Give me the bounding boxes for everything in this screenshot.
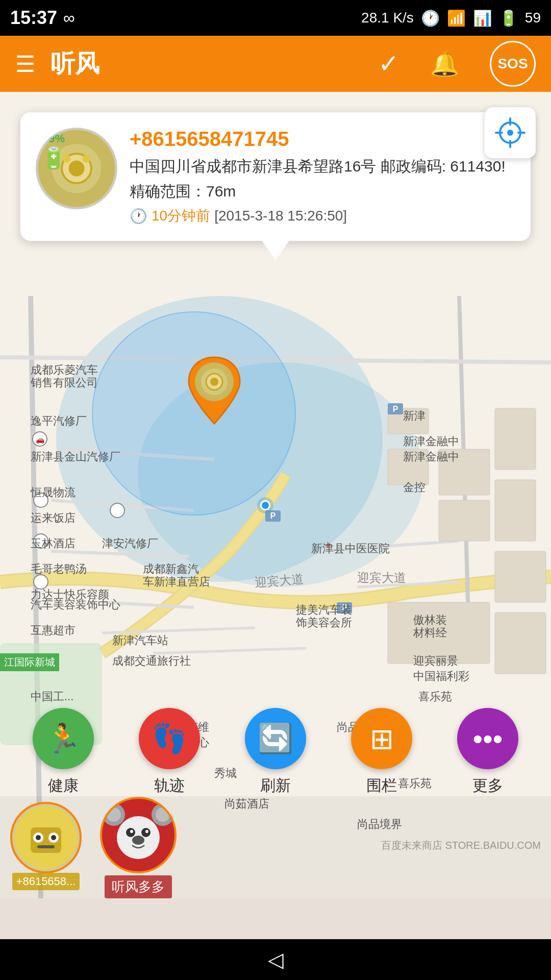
svg-text:🚗: 🚗	[36, 435, 45, 444]
battery-icon-green: 🔋	[40, 145, 67, 170]
sos-button[interactable]: SOS	[490, 41, 536, 87]
map-label-repair3: 津安汽修厂	[102, 536, 158, 551]
svg-rect-10	[495, 408, 536, 470]
map-marker[interactable]	[184, 352, 245, 429]
track-label: 轨迹	[154, 775, 185, 796]
status-bar: 15:37 ∞ 28.1 K/s 🕐 📶 📊 🔋 59	[0, 0, 551, 36]
address-text: 中国四川省成都市新津县希望路16号 邮政编码: 611430!	[130, 156, 515, 177]
svg-text:P: P	[270, 511, 276, 520]
svg-point-39	[83, 155, 90, 162]
health-circle[interactable]: 🏃	[33, 708, 94, 769]
timestamp: [2015-3-18 15:26:50]	[214, 208, 347, 224]
svg-point-43	[210, 378, 218, 386]
refresh-circle[interactable]: 🔄	[245, 708, 306, 769]
gps-button[interactable]	[485, 107, 536, 158]
svg-text:P: P	[393, 405, 398, 413]
track-icon: 👣	[152, 722, 187, 755]
refresh-icon: 🔄	[258, 722, 293, 755]
more-circle[interactable]: •••	[457, 708, 518, 769]
map-label-fuli: 中国福利彩	[413, 669, 469, 684]
device-avatar: 99% 🔋	[36, 128, 117, 209]
refresh-label: 刷新	[260, 775, 291, 796]
bell-button[interactable]: 🔔	[430, 50, 459, 78]
map-label-aolin2: 材料经	[413, 625, 447, 641]
back-button[interactable]: ◁	[268, 948, 284, 971]
fence-label: 围栏	[366, 775, 397, 796]
status-right: 28.1 K/s 🕐 📶 📊 🔋 59	[361, 9, 541, 27]
map-label-supermarket: 互惠超市	[31, 623, 76, 638]
svg-rect-11	[495, 480, 536, 541]
map-label-jinrong2: 新津金融中	[403, 449, 459, 464]
fence-circle[interactable]: ⊞	[351, 708, 412, 769]
device-item-2[interactable]: 听风多多	[100, 797, 177, 898]
device1-phone: +8615658...	[12, 873, 80, 890]
clock-icon: 🕐	[130, 208, 147, 225]
svg-point-29	[507, 130, 513, 136]
device-avatar-2	[100, 797, 177, 873]
device-item-1[interactable]: +8615658...	[10, 802, 82, 893]
svg-rect-12	[495, 551, 546, 602]
map-label-duck: 毛哥老鸭汤	[31, 561, 87, 577]
svg-point-20	[110, 503, 124, 518]
battery-icon: 🔋	[499, 9, 518, 27]
accuracy-text: 精确范围：76m	[130, 181, 515, 202]
refresh-button[interactable]: 🔄 刷新	[245, 708, 306, 796]
fence-button[interactable]: ⊞ 围栏	[351, 708, 412, 796]
location-card: 99% 🔋 +8615658471745 中国四川省成都市新津县希望路16号 邮…	[20, 112, 531, 241]
nav-bar: ◁	[0, 939, 551, 980]
track-button[interactable]: 👣 轨迹	[139, 708, 200, 796]
health-button[interactable]: 🏃 健康	[33, 708, 94, 796]
svg-rect-9	[439, 500, 490, 541]
svg-text:迎宾大道: 迎宾大道	[357, 571, 406, 584]
health-label: 健康	[48, 775, 79, 796]
map-label-travel: 成都交通旅行社	[112, 653, 191, 669]
signal-icon: 📊	[473, 9, 492, 27]
map-label-repair1: 逸平汽修厂	[31, 413, 87, 429]
svg-point-49	[51, 835, 56, 840]
map-label-xinjin: 新津	[403, 408, 425, 424]
fence-icon: ⊞	[370, 722, 394, 755]
map-label-gongshang: 中国工...	[31, 689, 73, 704]
map-label-jinkong: 金控	[403, 480, 425, 495]
app-title: 听风	[51, 47, 378, 80]
svg-rect-50	[37, 845, 55, 848]
map-label-beauty2: 汽车美容装饰中心	[31, 597, 120, 612]
map-label-yingbin: 迎宾丽景	[413, 653, 458, 669]
map-container[interactable]: 迎宾大道 迎宾大道	[0, 92, 551, 898]
svg-point-55	[156, 807, 170, 822]
map-label-jm2: 饰美容会所	[296, 615, 352, 630]
map-label-company1b: 销售有限公司	[31, 375, 98, 390]
svg-point-60	[145, 830, 148, 833]
check-button[interactable]: ✓	[378, 49, 399, 79]
status-left: 15:37 ∞	[10, 7, 75, 29]
clock-status-icon: 🕐	[421, 9, 440, 27]
svg-point-61	[132, 836, 144, 845]
app-bar: ☰ 听风 ✓ 🔔 SOS	[0, 36, 551, 92]
map-label-xinxin2: 车新津直营店	[143, 574, 210, 590]
more-button[interactable]: ••• 更多	[457, 708, 518, 796]
battery-overlay: 99% 🔋	[40, 132, 67, 170]
track-circle[interactable]: 👣	[139, 708, 200, 769]
map-label-xileyuan: 喜乐苑	[418, 689, 452, 704]
more-label: 更多	[472, 775, 503, 796]
device-avatar-1	[10, 802, 82, 873]
map-label-hotel: 玉林酒店	[31, 536, 76, 551]
hamburger-icon[interactable]: ☰	[15, 51, 35, 77]
status-time: 15:37	[10, 7, 57, 29]
status-data-speed: 28.1 K/s	[361, 10, 414, 26]
gps-blue-dot	[260, 500, 270, 510]
wifi-icon: 📶	[447, 9, 466, 27]
health-icon: 🏃	[45, 722, 81, 755]
map-label-jinrong: 新津金融中	[403, 434, 459, 449]
watermark: 百度未来商店 STORE.BAIDU.COM	[381, 839, 541, 852]
map-label-restaurant: 运来饭店	[31, 510, 76, 526]
battery-pct: 59	[525, 10, 541, 26]
map-label-logistics: 恒晟物流	[31, 485, 76, 500]
device2-name: 听风多多	[105, 875, 172, 898]
time-info: 🕐 10分钟前 [2015-3-18 15:26:50]	[130, 206, 515, 226]
map-label-hospital: 新津县中医医院	[311, 541, 390, 556]
map-label-bus: 新津汽车站	[112, 633, 168, 648]
location-info: +8615658471745 中国四川省成都市新津县希望路16号 邮政编码: 6…	[130, 128, 515, 226]
svg-rect-14	[495, 612, 546, 674]
time-ago: 10分钟前	[152, 206, 210, 226]
